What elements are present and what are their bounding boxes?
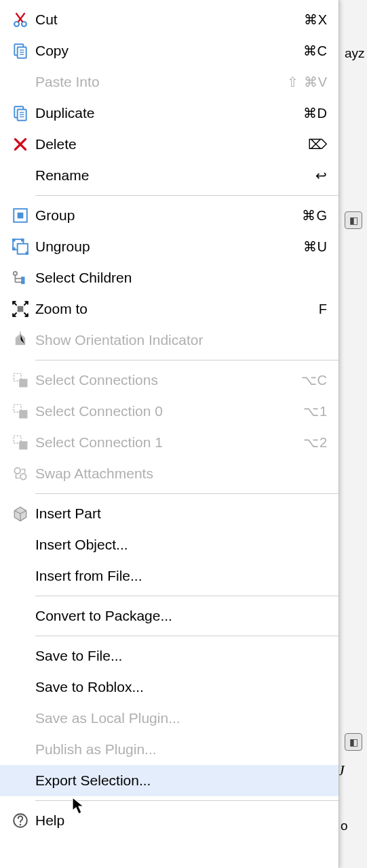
- menu-item-label: Save to File...: [35, 648, 328, 664]
- menu-item-shortcut: ⌥2: [303, 434, 328, 451]
- menu-item-label: Save as Local Plugin...: [35, 710, 328, 726]
- svg-rect-21: [21, 239, 24, 241]
- menu-item-insert-part[interactable]: Insert Part: [0, 498, 339, 529]
- menu-item-paste-into: Paste Into⇧ ⌘V: [0, 66, 339, 98]
- menu-item-shortcut: F: [319, 302, 328, 317]
- menu-item-select-connection-1: Select Connection 1⌥2: [0, 427, 339, 458]
- delete-icon: [5, 136, 35, 153]
- svg-rect-29: [21, 281, 24, 284]
- menu-item-select-children[interactable]: Select Children: [0, 262, 339, 293]
- tab-text-fragment: ayz: [345, 46, 365, 61]
- menu-item-shortcut: ⌘U: [303, 239, 328, 255]
- select-connection-0-icon: [5, 402, 35, 420]
- menu-item-select-connection-0: Select Connection 0⌥1: [0, 396, 339, 427]
- select-connection-1-icon: [5, 434, 35, 451]
- cut-icon: [5, 11, 35, 28]
- svg-point-41: [20, 824, 22, 826]
- menu-item-delete[interactable]: Delete⌦: [0, 129, 339, 160]
- menu-item-label: Group: [35, 207, 302, 224]
- swap-attachments-icon: [5, 465, 35, 482]
- svg-rect-22: [12, 247, 15, 250]
- svg-point-1: [22, 22, 26, 26]
- o-char: o: [341, 819, 348, 833]
- menu-separator: [35, 493, 339, 494]
- menu-item-label: Select Connections: [35, 372, 301, 388]
- menu-item-label: Swap Attachments: [35, 466, 328, 482]
- menu-item-label: Delete: [35, 136, 308, 152]
- menu-item-ungroup[interactable]: Ungroup⌘U: [0, 231, 339, 262]
- svg-point-39: [20, 474, 26, 480]
- menu-item-shortcut: ⌥C: [301, 372, 328, 388]
- zoom-to-icon: [5, 300, 35, 318]
- menu-item-group[interactable]: Group⌘G: [0, 200, 339, 231]
- menu-item-swap-attachments: Swap Attachments: [0, 458, 339, 489]
- menu-separator: [35, 360, 339, 360]
- menu-item-shortcut: ⌘G: [302, 207, 328, 224]
- background-panel: ayz ◧ ◧ J o: [339, 0, 367, 868]
- menu-separator: [35, 800, 339, 801]
- menu-item-show-orientation: Show Orientation Indicator: [0, 325, 339, 356]
- menu-item-label: Publish as Plugin...: [35, 741, 328, 758]
- svg-point-24: [14, 272, 17, 275]
- menu-item-rename[interactable]: Rename↩: [0, 160, 339, 191]
- menu-item-copy[interactable]: Copy⌘C: [0, 35, 339, 66]
- svg-point-0: [14, 22, 19, 26]
- orientation-icon: [5, 331, 35, 349]
- menu-item-shortcut: ⌘X: [304, 12, 328, 28]
- svg-rect-28: [21, 276, 24, 280]
- menu-item-shortcut: ⌘C: [303, 43, 328, 59]
- menu-item-publish-as-plugin: Publish as Plugin...: [0, 734, 339, 765]
- menu-item-label: Convert to Package...: [35, 608, 328, 624]
- select-connections-icon: [5, 371, 35, 389]
- menu-item-label: Ungroup: [35, 239, 303, 255]
- menu-item-label: Help: [35, 812, 328, 829]
- help-icon: [5, 812, 35, 829]
- menu-item-save-to-roblox[interactable]: Save to Roblox...: [0, 671, 339, 703]
- panel-icon-2[interactable]: ◧: [345, 733, 362, 751]
- menu-item-label: Select Children: [35, 270, 328, 286]
- menu-item-label: Duplicate: [35, 105, 303, 121]
- menu-item-label: Paste Into: [35, 74, 287, 90]
- menu-item-duplicate[interactable]: Duplicate⌘D: [0, 98, 339, 129]
- menu-item-help[interactable]: Help: [0, 805, 339, 836]
- menu-item-label: Insert Part: [35, 505, 328, 522]
- menu-separator: [35, 596, 339, 596]
- ungroup-icon: [5, 238, 35, 255]
- panel-icon-1[interactable]: ◧: [345, 211, 362, 229]
- svg-rect-20: [12, 239, 15, 241]
- svg-rect-23: [26, 252, 28, 255]
- menu-item-shortcut: ⌦: [308, 136, 328, 152]
- menu-item-label: Insert from File...: [35, 568, 328, 584]
- menu-item-select-connections: Select Connections⌥C: [0, 365, 339, 396]
- menu-item-label: Copy: [35, 43, 303, 59]
- menu-item-label: Show Orientation Indicator: [35, 332, 328, 348]
- menu-item-export-selection[interactable]: Export Selection...: [0, 765, 339, 796]
- menu-item-label: Insert Object...: [35, 537, 328, 553]
- menu-item-shortcut: ↩: [315, 167, 328, 184]
- svg-point-38: [14, 468, 20, 474]
- svg-rect-17: [18, 213, 24, 219]
- menu-separator: [35, 195, 339, 196]
- menu-item-insert-object[interactable]: Insert Object...: [0, 529, 339, 560]
- menu-item-label: Zoom to: [35, 301, 319, 317]
- menu-item-shortcut: ⌥1: [303, 403, 328, 419]
- duplicate-icon: [5, 104, 35, 122]
- menu-item-label: Rename: [35, 167, 315, 184]
- menu-item-label: Select Connection 0: [35, 403, 303, 419]
- select-children-icon: [5, 269, 35, 287]
- menu-item-cut[interactable]: Cut⌘X: [0, 4, 339, 35]
- menu-item-zoom-to[interactable]: Zoom toF: [0, 293, 339, 325]
- menu-item-save-to-file[interactable]: Save to File...: [0, 640, 339, 671]
- menu-separator: [35, 636, 339, 636]
- menu-item-convert-to-package[interactable]: Convert to Package...: [0, 600, 339, 632]
- context-menu: Cut⌘XCopy⌘CPaste Into⇧ ⌘VDuplicate⌘DDele…: [0, 0, 339, 868]
- svg-rect-37: [20, 442, 27, 449]
- menu-item-save-as-local-plugin: Save as Local Plugin...: [0, 703, 339, 734]
- insert-part-icon: [5, 505, 35, 522]
- menu-item-insert-from-file[interactable]: Insert from File...: [0, 560, 339, 592]
- svg-rect-33: [20, 379, 27, 387]
- svg-rect-35: [20, 411, 27, 418]
- menu-item-shortcut: ⌘D: [303, 105, 328, 121]
- menu-item-label: Cut: [35, 12, 304, 28]
- menu-item-label: Select Connection 1: [35, 434, 303, 451]
